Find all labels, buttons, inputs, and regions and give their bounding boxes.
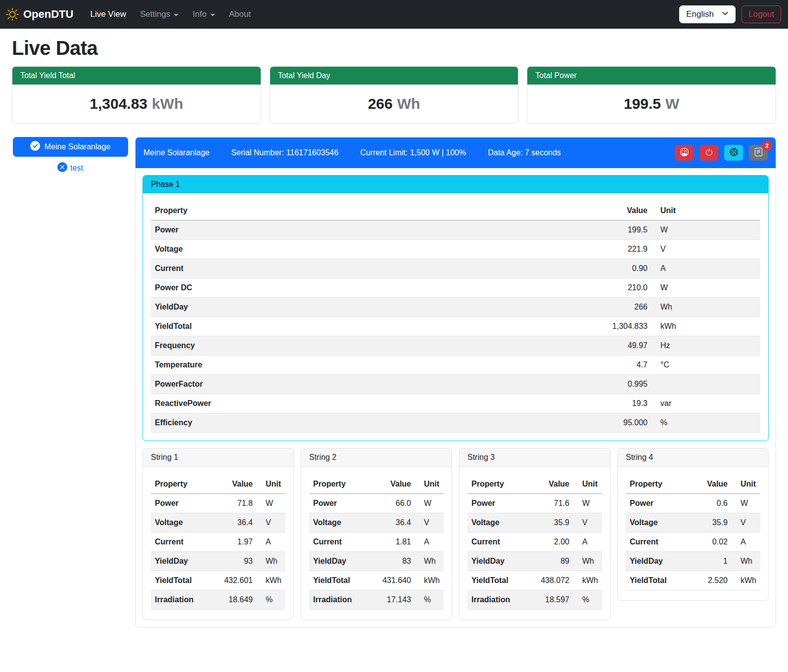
string-table: Property Value Unit Power (151, 475, 285, 610)
summary-card-title: Total Yield Total (12, 67, 261, 85)
property-cell: Frequency (151, 336, 450, 356)
value-cell: 71.6 (527, 494, 573, 513)
column-header-unit: Unit (732, 475, 760, 494)
property-cell: Temperature (151, 356, 450, 375)
unit-cell: V (573, 513, 602, 533)
value-cell: 1.81 (369, 533, 415, 552)
nav-item-live-view[interactable]: Live View (84, 5, 132, 23)
unit-cell: W (651, 278, 760, 298)
string-table-row: Current 0.02 A (626, 533, 760, 552)
property-cell: YieldTotal (626, 571, 691, 590)
inverter-select-label: Meine Solaranlage (45, 142, 110, 151)
device-info-button[interactable] (724, 145, 743, 161)
unit-cell: V (732, 513, 760, 533)
unit-cell (651, 375, 760, 394)
value-cell: 438.072 (527, 571, 573, 590)
value-cell: 0.02 (691, 533, 732, 552)
nav-item-settings[interactable]: Settings (134, 5, 185, 23)
unit-cell: Wh (573, 552, 602, 571)
chevron-down-icon (722, 9, 729, 19)
string-table-row: Voltage 36.4 V (151, 513, 285, 533)
unit-cell: kWh (732, 571, 760, 590)
summary-card-yield-day: Total Yield Day 266Wh (270, 66, 519, 124)
unit-cell: Wh (257, 552, 285, 571)
string-table: Property Value Unit Power (626, 475, 760, 590)
unit-cell: % (573, 590, 602, 610)
property-cell: Power (151, 494, 210, 513)
phase-table-header-row: Property Value Unit (151, 201, 760, 221)
string-table-row: Power 66.0 W (309, 494, 444, 513)
power-toggle-button[interactable] (699, 145, 718, 161)
nav-item-info[interactable]: Info (186, 5, 221, 23)
string-table-header-row: Property Value Unit (467, 475, 602, 494)
string-table-row: YieldDay 1 Wh (626, 552, 760, 571)
summary-card-unit: Wh (397, 95, 420, 112)
property-cell: Irradiation (151, 590, 210, 610)
property-cell: Power (467, 494, 527, 513)
string-table-header-row: Property Value Unit (309, 475, 444, 494)
property-cell: Irradiation (467, 590, 527, 610)
string-card-title: String 3 (460, 448, 610, 467)
column-header-value: Value (210, 475, 257, 494)
phase-card-body: Property Value Unit Power 199.5 (143, 193, 768, 441)
inverter-actions: 2 (675, 145, 768, 161)
value-cell: 1.97 (210, 533, 257, 552)
phase-table-row: Voltage 221.9 V (151, 240, 760, 259)
unit-cell: Wh (415, 552, 444, 571)
column-header-unit: Unit (257, 475, 285, 494)
value-cell: 93 (210, 552, 257, 571)
column-header-value: Value (691, 475, 732, 494)
inverter-item-test-label: test (70, 164, 83, 173)
brand[interactable]: OpenDTU (6, 8, 73, 21)
unit-cell: A (415, 533, 444, 552)
unit-cell: A (651, 259, 760, 278)
language-select[interactable]: English (679, 5, 736, 23)
string-card-4: String 4 Property Value Unit (617, 448, 769, 601)
property-cell: Current (467, 533, 527, 552)
caret-down-icon (174, 14, 179, 16)
value-cell: 210.0 (450, 278, 651, 298)
column-header-unit: Unit (573, 475, 602, 494)
property-cell: YieldTotal (467, 571, 527, 590)
unit-cell: V (651, 240, 760, 259)
nav-item-about[interactable]: About (223, 5, 257, 23)
inverter-item-test[interactable]: test (57, 162, 83, 174)
nav-item-info-label: Info (192, 9, 206, 19)
language-select-value: English (686, 9, 714, 19)
value-cell: 1 (691, 552, 732, 571)
unit-cell: A (573, 533, 602, 552)
property-cell: Voltage (151, 513, 210, 533)
column-header-value: Value (450, 201, 651, 221)
value-cell: 19.3 (450, 394, 651, 413)
phase-table: Property Value Unit Power 199.5 (151, 201, 760, 433)
logout-button[interactable]: Logout (742, 5, 781, 23)
unit-cell: W (651, 221, 760, 240)
limit-settings-button[interactable] (675, 145, 694, 161)
inverter-select-button[interactable]: Meine Solaranlage (13, 137, 128, 157)
column-header-value: Value (527, 475, 573, 494)
string-table-row: YieldDay 89 Wh (467, 552, 602, 571)
x-circle-icon (57, 162, 67, 174)
phase-table-row: Power DC 210.0 W (151, 278, 760, 298)
value-cell: 18.649 (210, 590, 257, 610)
property-cell: Voltage (151, 240, 450, 259)
value-cell: 199.5 (450, 221, 651, 240)
unit-cell: V (415, 513, 444, 533)
value-cell: 2.00 (527, 533, 573, 552)
inverter-serial: Serial Number: 116171603546 (231, 148, 338, 157)
phase-card: Phase 1 Property Value Unit (142, 175, 769, 441)
summary-card-title: Total Power (527, 67, 776, 85)
string-table-row: YieldTotal 438.072 kWh (467, 571, 602, 590)
string-card-1: String 1 Property Value Unit (142, 448, 294, 620)
string-table-row: Current 2.00 A (467, 533, 602, 552)
summary-card-unit: kWh (152, 95, 183, 112)
unit-cell: kWh (257, 571, 285, 590)
property-cell: Current (309, 533, 369, 552)
phase-card-title: Phase 1 (143, 176, 768, 193)
value-cell: 1,304.833 (450, 317, 651, 336)
property-cell: YieldTotal (151, 571, 210, 590)
unit-cell: W (257, 494, 285, 513)
event-log-button[interactable]: 2 (749, 145, 768, 161)
event-count-badge: 2 (762, 140, 772, 151)
string-table: Property Value Unit Power (309, 475, 444, 610)
